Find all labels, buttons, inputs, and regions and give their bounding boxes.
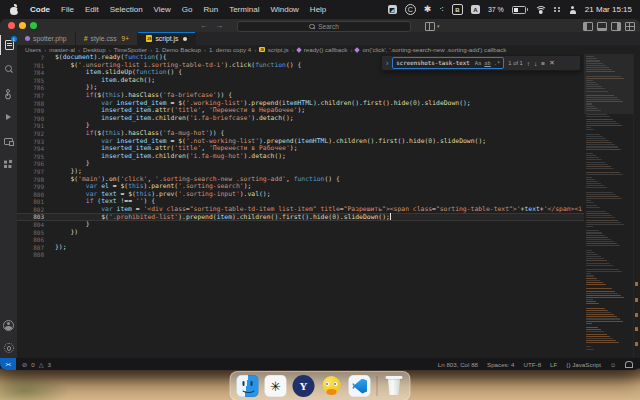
breadcrumb-item[interactable]: TimeSpotter	[114, 46, 147, 53]
code-line-786[interactable]: 786});	[17, 84, 584, 92]
code-line-792[interactable]: 792if($(this).hasClass('fa-mug-hot')) {	[17, 130, 584, 138]
toggle-sidebar-icon[interactable]	[583, 22, 593, 31]
tab-spotter-php[interactable]: spotter.php	[17, 32, 76, 45]
dock-app-vscode[interactable]	[349, 375, 371, 397]
menu-item-window[interactable]: Window	[270, 5, 298, 14]
dock-app-finder[interactable]	[237, 375, 259, 397]
feedback-icon[interactable]: ☺	[610, 361, 616, 368]
code-line-795[interactable]: 795inserted_item.children('i.fa-mug-hot'…	[17, 153, 584, 161]
regex-icon[interactable]: .*	[494, 60, 501, 66]
sidebar-item-run-debug[interactable]	[0, 107, 17, 127]
menu-bar-clock[interactable]: 21 Mar 15:15	[585, 5, 632, 14]
code-line-785[interactable]: 785item.detach();	[17, 77, 584, 85]
wifi-icon[interactable]	[536, 6, 546, 14]
find-input[interactable]: screenshots-task-text Aa ab .*	[392, 57, 504, 69]
dock-app-chatgpt[interactable]: ✳	[265, 375, 287, 397]
find-toggle-replace-icon[interactable]: ›	[386, 60, 388, 67]
code-line-790[interactable]: 790inserted_item.children('i.fa-briefcas…	[17, 115, 584, 123]
asterisk-icon[interactable]: ✱	[424, 5, 432, 14]
apple-menu-icon[interactable]	[10, 5, 19, 15]
breadcrumb-item[interactable]: 1. Demo Backup	[155, 46, 201, 53]
breadcrumb-file[interactable]: script.js	[268, 46, 289, 53]
forward-icon[interactable]: →	[215, 21, 223, 30]
back-icon[interactable]: ←	[200, 21, 208, 30]
toggle-secondary-sidebar-icon[interactable]	[611, 22, 621, 31]
breadcrumb-item[interactable]: master-al	[49, 46, 75, 53]
code-line-794[interactable]: 794inserted_item.attr('title', 'Перенест…	[17, 145, 584, 153]
indentation-status[interactable]: Spaces: 4	[487, 361, 515, 368]
code-line-807[interactable]: 807});	[17, 244, 584, 252]
minimap[interactable]	[584, 54, 634, 358]
tab-script-js[interactable]: JSscript.js	[138, 32, 197, 45]
menu-item-view[interactable]: View	[154, 5, 171, 14]
window-title-bar[interactable]: ← → Search ▾	[0, 19, 640, 33]
code-line-806[interactable]: 806	[17, 236, 584, 244]
code-line-791[interactable]: 791}	[17, 122, 584, 130]
layout-control[interactable]: ▾	[425, 22, 440, 31]
circle-c-icon[interactable]: C	[405, 4, 416, 15]
zoom-window-button[interactable]	[30, 22, 37, 29]
sidebar-item-search[interactable]	[0, 59, 17, 79]
menu-item-go[interactable]: Go	[182, 5, 193, 14]
code-line-803[interactable]: 803$('.prohibited-list').prepend(item).c…	[17, 213, 584, 221]
customize-layout-icon[interactable]	[625, 22, 635, 31]
sidebar-item-source-control[interactable]	[0, 83, 17, 103]
breadcrumb-item[interactable]: 1. demo copy 4	[209, 46, 251, 53]
breadcrumb-item[interactable]: Users	[25, 46, 41, 53]
whole-word-icon[interactable]: ab	[484, 60, 491, 66]
modified-dot-icon[interactable]	[183, 37, 187, 41]
sidebar-item-extensions[interactable]	[0, 155, 17, 175]
overview-ruler[interactable]	[633, 54, 640, 358]
language-mode[interactable]: {} JavaScript	[566, 361, 601, 368]
find-next-icon[interactable]: ↓	[534, 60, 537, 67]
code-line-787[interactable]: 787if($(this).hasClass('fa-briefcase')) …	[17, 92, 584, 100]
code-line-805[interactable]: 805})	[17, 229, 584, 237]
code-line-798[interactable]: 798$('main').on('click', '.sorting-searc…	[17, 176, 584, 184]
code-line-804[interactable]: 804}	[17, 221, 584, 229]
dock-app-yandex-browser[interactable]: Y	[293, 375, 315, 397]
problems-status[interactable]: ⊘0 △3	[16, 361, 51, 368]
code-pane[interactable]: 7$(document).ready(function(){781$('.uns…	[17, 54, 584, 259]
paw-icon[interactable]: ⁖	[439, 6, 444, 14]
menu-app-name[interactable]: Code	[30, 5, 50, 14]
b-app-icon[interactable]: B	[452, 4, 463, 15]
code-line-801[interactable]: 801if (text !== '') {	[17, 198, 584, 206]
menu-item-run[interactable]: Run	[203, 5, 218, 14]
battery-icon[interactable]	[512, 6, 528, 14]
menu-item-file[interactable]: File	[61, 5, 74, 14]
find-previous-icon[interactable]: ↑	[527, 60, 530, 67]
menu-item-edit[interactable]: Edit	[85, 5, 99, 14]
menu-item-selection[interactable]: Selection	[110, 5, 143, 14]
user-switch-icon[interactable]	[569, 6, 577, 14]
minimize-window-button[interactable]	[19, 22, 26, 29]
toggle-panel-icon[interactable]	[597, 22, 607, 31]
keyboard-layout-icon[interactable]: A	[471, 5, 480, 14]
code-line-799[interactable]: 799var el = $(this).parent('.sorting-sea…	[17, 183, 584, 191]
notifications-bell-icon[interactable]	[625, 361, 633, 367]
code-line-808[interactable]: 808	[17, 251, 584, 259]
match-case-icon[interactable]: Aa	[475, 60, 482, 66]
tab-style-css[interactable]: #style.css9+	[76, 32, 138, 45]
close-icon[interactable]: ✕	[549, 59, 554, 67]
code-line-800[interactable]: 800var text = $(this).prev('.sorting-inp…	[17, 191, 584, 199]
encoding-status[interactable]: UTF-8	[524, 361, 542, 368]
code-editor[interactable]: 7$(document).ready(function(){781$('.uns…	[17, 54, 640, 358]
code-line-789[interactable]: 789inserted_item.attr('title', 'Перенест…	[17, 107, 584, 115]
code-line-793[interactable]: 793var inserted_item = $('.not-working-l…	[17, 138, 584, 146]
find-in-selection-icon[interactable]: ≡	[541, 60, 545, 67]
cursor-position[interactable]: Ln 803, Col 88	[438, 361, 478, 368]
dock-app-duck[interactable]	[321, 375, 343, 397]
settings-button[interactable]	[0, 338, 17, 358]
sidebar-item-explorer[interactable]: 1	[0, 35, 18, 55]
breadcrumb-symbol[interactable]: on('click', '.sorting-search-new .sortin…	[362, 46, 506, 53]
code-line-802[interactable]: 802var item = '<div class="sorting-table…	[17, 206, 584, 214]
control-center-icon[interactable]	[554, 7, 561, 13]
sidebar-item-remote-explorer[interactable]	[0, 131, 17, 151]
app-badge-icon[interactable]: ◩	[388, 5, 397, 14]
command-center-search[interactable]: Search	[237, 21, 411, 32]
eol-status[interactable]: LF	[550, 361, 557, 368]
remote-indicator[interactable]: ><	[0, 358, 16, 370]
code-line-796[interactable]: 796}	[17, 160, 584, 168]
breadcrumb-symbol[interactable]: ready() callback	[304, 46, 348, 53]
menu-item-help[interactable]: Help	[310, 5, 326, 14]
